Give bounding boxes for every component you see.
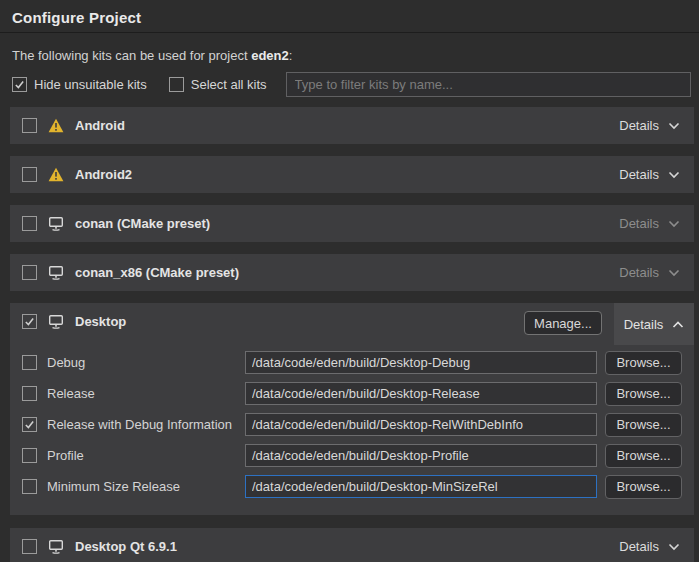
project-name: eden2 xyxy=(251,48,289,63)
kit-row-android[interactable]: Android Details xyxy=(10,107,694,144)
kit-row-conan[interactable]: conan (CMake preset) Details xyxy=(10,205,694,242)
hide-unsuitable-kits-label: Hide unsuitable kits xyxy=(34,77,147,92)
checkbox-unchecked[interactable] xyxy=(22,386,37,401)
kit-list: Android Details Android2 Details conan (… xyxy=(10,107,694,562)
chevron-down-icon xyxy=(668,118,680,133)
details-button[interactable]: Details xyxy=(605,156,694,193)
intro-prefix: The following kits can be used for proje… xyxy=(12,48,251,63)
details-button-expanded[interactable]: Details xyxy=(614,303,694,345)
build-dir-input-relwithdebinfo[interactable] xyxy=(245,413,597,436)
check-icon[interactable] xyxy=(22,314,37,329)
browse-button[interactable]: Browse... xyxy=(605,382,682,406)
desktop-icon xyxy=(47,539,64,554)
kit-section-desktop: Desktop Manage... Details Debug Browse..… xyxy=(10,303,694,515)
intro-suffix: : xyxy=(289,48,293,63)
kit-name: Android2 xyxy=(75,167,132,182)
checkbox-unchecked[interactable] xyxy=(22,118,37,133)
build-dir-input-profile[interactable] xyxy=(245,444,597,467)
kit-name: Android xyxy=(75,118,125,133)
details-button[interactable]: Details xyxy=(605,528,694,562)
config-label: Minimum Size Release xyxy=(47,479,245,494)
chevron-down-icon xyxy=(668,265,680,280)
desktop-icon xyxy=(47,314,64,329)
warning-icon xyxy=(47,118,64,133)
kit-row-desktop-qt-691[interactable]: Desktop Qt 6.9.1 Details xyxy=(10,528,694,562)
warning-icon xyxy=(47,167,64,182)
chevron-down-icon xyxy=(668,216,680,231)
config-label: Debug xyxy=(47,355,245,370)
config-label: Release with Debug Information xyxy=(47,417,245,432)
details-button: Details xyxy=(605,254,694,291)
hide-unsuitable-kits-checkbox[interactable]: Hide unsuitable kits xyxy=(12,77,147,92)
kit-filter-input[interactable] xyxy=(286,72,691,97)
chevron-down-icon xyxy=(668,167,680,182)
check-icon[interactable] xyxy=(22,417,37,432)
config-label: Profile xyxy=(47,448,245,463)
checkbox-unchecked[interactable] xyxy=(22,167,37,182)
details-button: Details xyxy=(605,205,694,242)
checkbox-unchecked[interactable] xyxy=(22,265,37,280)
build-dir-input-minsizerel[interactable] xyxy=(245,475,597,498)
page-header: Configure Project xyxy=(0,0,699,33)
config-row-relwithdebinfo: Release with Debug Information Browse... xyxy=(10,409,694,440)
browse-button[interactable]: Browse... xyxy=(605,475,682,499)
kit-name: conan_x86 (CMake preset) xyxy=(75,265,239,280)
details-button[interactable]: Details xyxy=(605,107,694,144)
chevron-up-icon xyxy=(672,317,684,332)
select-all-kits-label: Select all kits xyxy=(191,77,267,92)
chevron-down-icon xyxy=(668,539,680,554)
manage-button[interactable]: Manage... xyxy=(524,311,602,335)
build-dir-input-debug[interactable] xyxy=(245,351,597,374)
page-title: Configure Project xyxy=(12,9,687,26)
config-row-profile: Profile Browse... xyxy=(10,440,694,471)
checkbox-unchecked[interactable] xyxy=(22,355,37,370)
check-icon[interactable] xyxy=(12,77,27,92)
kit-name: Desktop xyxy=(75,314,126,329)
build-config-list: Debug Browse... Release Browse... Releas… xyxy=(10,347,694,502)
kits-intro-text: The following kits can be used for proje… xyxy=(12,48,687,63)
kit-name: Desktop Qt 6.9.1 xyxy=(75,539,177,554)
config-row-release: Release Browse... xyxy=(10,378,694,409)
checkbox-unchecked[interactable] xyxy=(22,216,37,231)
config-row-debug: Debug Browse... xyxy=(10,347,694,378)
config-row-minsizerel: Minimum Size Release Browse... xyxy=(10,471,694,502)
kit-row-android2[interactable]: Android2 Details xyxy=(10,156,694,193)
select-all-kits-checkbox[interactable]: Select all kits xyxy=(169,77,267,92)
browse-button[interactable]: Browse... xyxy=(605,351,682,375)
kit-row-conan-x86[interactable]: conan_x86 (CMake preset) Details xyxy=(10,254,694,291)
desktop-icon xyxy=(47,265,64,280)
browse-button[interactable]: Browse... xyxy=(605,444,682,468)
config-label: Release xyxy=(47,386,245,401)
build-dir-input-release[interactable] xyxy=(245,382,597,405)
checkbox-unchecked[interactable] xyxy=(169,77,184,92)
checkbox-unchecked[interactable] xyxy=(22,539,37,554)
kit-name: conan (CMake preset) xyxy=(75,216,210,231)
desktop-icon xyxy=(47,216,64,231)
filter-controls: Hide unsuitable kits Select all kits xyxy=(12,72,691,97)
checkbox-unchecked[interactable] xyxy=(22,448,37,463)
checkbox-unchecked[interactable] xyxy=(22,479,37,494)
browse-button[interactable]: Browse... xyxy=(605,413,682,437)
